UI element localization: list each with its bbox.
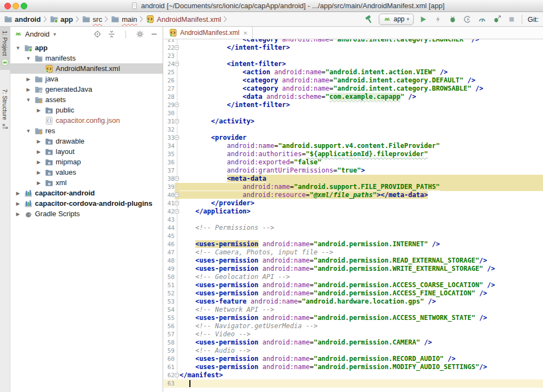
chevron-collapsed-icon[interactable]: ▶ — [35, 170, 42, 175]
fold-marker-icon[interactable] — [175, 207, 180, 216]
chevron-collapsed-icon[interactable]: ▶ — [25, 87, 32, 92]
tree-item-java[interactable]: ▶java — [10, 74, 163, 84]
debug-button[interactable] — [448, 14, 458, 24]
code-line-33[interactable]: 33 <provider — [164, 134, 543, 142]
profiler-button[interactable] — [478, 14, 487, 24]
code-line-22[interactable]: 22 </intent-filter> — [164, 44, 543, 52]
code-line-57[interactable]: 57 <!-- Video --> — [164, 330, 543, 338]
code-line-48[interactable]: 48 <uses-permission android:name="androi… — [164, 257, 543, 265]
stop-button[interactable] — [507, 14, 517, 24]
code-line-43[interactable]: 43 — [164, 216, 543, 224]
code-line-26[interactable]: 26 <category android:name="android.inten… — [164, 76, 543, 85]
code-line-29[interactable]: 29 </intent-filter> — [164, 101, 543, 109]
chevron-collapsed-icon[interactable]: ▶ — [35, 108, 42, 113]
code-line-58[interactable]: 58 <uses-permission android:name="androi… — [164, 338, 543, 347]
fold-marker-icon[interactable] — [175, 134, 180, 142]
tree-item-drawable[interactable]: ▶drawable — [10, 136, 163, 146]
code-line-54[interactable]: 54 <!-- Network API --> — [164, 306, 543, 314]
tree-item-androidmanifest-xml[interactable]: AndroidManifest.xml — [10, 63, 163, 74]
tree-item-xml[interactable]: ▶xml — [10, 177, 163, 188]
code-line-41[interactable]: 41 </provider> — [164, 199, 543, 207]
code-line-61[interactable]: 61 <uses-permission android:name="androi… — [164, 363, 543, 371]
code-line-24[interactable]: 24 <intent-filter> — [164, 60, 543, 68]
coverage-button[interactable] — [463, 14, 473, 24]
code-line-53[interactable]: 53 <uses-feature android:name="android.h… — [164, 298, 543, 306]
code-line-50[interactable]: 50 <!-- Geolocation API --> — [164, 273, 543, 281]
chevron-expanded-icon[interactable]: ▼ — [25, 97, 32, 103]
fold-marker-icon[interactable] — [175, 199, 180, 207]
tree-item-manifests[interactable]: ▼manifests — [10, 53, 163, 63]
tree-item-layout[interactable]: ▶layout — [10, 146, 163, 157]
git-label[interactable]: Git: — [527, 15, 539, 23]
chevron-collapsed-icon[interactable]: ▶ — [35, 159, 42, 165]
code-editor[interactable]: 21 <category android:name="android.inten… — [164, 39, 543, 392]
attach-debugger-button[interactable] — [492, 14, 502, 24]
tree-item-values[interactable]: ▶values — [10, 167, 163, 177]
tree-item-capacitor-config-json[interactable]: {}capacitor.config.json — [10, 115, 163, 126]
chevron-collapsed-icon[interactable]: ▶ — [35, 139, 42, 144]
code-line-52[interactable]: 52 <uses-permission android:name="androi… — [164, 289, 543, 298]
close-tab-icon[interactable]: × — [243, 29, 248, 37]
chevron-expanded-icon[interactable]: ▼ — [25, 56, 32, 61]
run-config-select[interactable]: app▾ — [379, 14, 414, 25]
code-line-32[interactable]: 32 — [164, 126, 543, 134]
code-line-38[interactable]: 38 <meta-data — [164, 175, 543, 183]
code-line-49[interactable]: 49 <uses-permission android:name="androi… — [164, 265, 543, 273]
tree-item-assets[interactable]: ▼assets — [10, 94, 163, 105]
locate-file-button[interactable] — [92, 29, 102, 39]
tree-item-public[interactable]: ▶public — [10, 105, 163, 115]
code-line-37[interactable]: 37 android:grantUriPermissions="true"> — [164, 167, 543, 175]
code-line-60[interactable]: 60 <uses-permission android:name="androi… — [164, 355, 543, 363]
code-line-55[interactable]: 55 <uses-permission android:name="androi… — [164, 314, 543, 322]
tree-item-capacitor-cordova-android-plugins[interactable]: ▶capacitor-cordova-android-plugins — [10, 198, 163, 209]
code-line-28[interactable]: 28 <data android:scheme="com.example.cap… — [164, 93, 543, 101]
chevron-collapsed-icon[interactable]: ▶ — [15, 211, 21, 217]
code-line-56[interactable]: 56 <!-- Navigator.getUserMedia --> — [164, 322, 543, 330]
tree-item-capacitor-android[interactable]: ▶capacitor-android — [10, 188, 163, 198]
code-line-44[interactable]: 44 <!-- Permissions --> — [164, 224, 543, 232]
code-line-59[interactable]: 59 <!-- Audio --> — [164, 347, 543, 355]
code-line-25[interactable]: 25 <action android:name="android.intent.… — [164, 68, 543, 76]
chevron-collapsed-icon[interactable]: ▶ — [25, 76, 32, 82]
code-line-47[interactable]: 47 <!-- Camera, Photos, input file --> — [164, 248, 543, 257]
chevron-collapsed-icon[interactable]: ▶ — [35, 180, 42, 186]
build-button[interactable] — [364, 14, 374, 24]
minimize-window-button[interactable] — [13, 3, 19, 9]
tree-item-res[interactable]: ▼res — [10, 126, 163, 136]
close-window-button[interactable] — [4, 3, 11, 9]
fold-marker-icon[interactable] — [175, 371, 180, 379]
fold-marker-icon[interactable] — [175, 175, 180, 183]
settings-button[interactable] — [135, 29, 145, 39]
tree-item-gradle-scripts[interactable]: ▶Gradle Scripts — [10, 209, 163, 219]
code-line-27[interactable]: 27 <category android:name="android.inten… — [164, 85, 543, 93]
code-line-51[interactable]: 51 <uses-permission android:name="androi… — [164, 281, 543, 289]
apply-changes-button[interactable] — [433, 14, 443, 24]
tool-window-button-structure[interactable]: 7: Structure — [0, 85, 10, 134]
fold-marker-icon[interactable] — [175, 117, 180, 126]
code-line-31[interactable]: 31 </activity> — [164, 117, 543, 126]
code-line-34[interactable]: 34 android:name="android.support.v4.cont… — [164, 142, 543, 150]
tree-item-mipmap[interactable]: ▶mipmap — [10, 157, 163, 167]
breadcrumb-item-src[interactable]: src — [80, 15, 104, 23]
project-view-selector[interactable]: Android — [25, 30, 50, 38]
fold-marker-icon[interactable] — [175, 191, 180, 199]
code-line-39[interactable]: 39 android:name="android.support.FILE_PR… — [164, 183, 543, 191]
tool-window-button-project[interactable]: 1: Project — [0, 27, 10, 70]
code-line-21[interactable]: 21 <category android:name="android.inten… — [164, 39, 543, 44]
code-line-23[interactable]: 23 — [164, 52, 543, 60]
code-line-45[interactable]: 45 — [164, 232, 543, 240]
code-line-35[interactable]: 35 android:authorities="${applicationId}… — [164, 150, 543, 158]
code-line-62[interactable]: 62</manifest> — [164, 371, 543, 379]
tab-androidmanifest[interactable]: AndroidManifest.xml × — [164, 27, 253, 39]
breadcrumb-item-android[interactable]: android — [2, 15, 43, 23]
code-line-63[interactable]: 63 — [164, 379, 543, 388]
collapse-all-button[interactable] — [106, 29, 116, 39]
breadcrumb-item-app[interactable]: app — [48, 15, 75, 23]
hide-panel-button[interactable] — [149, 29, 159, 39]
fold-marker-icon[interactable] — [175, 44, 180, 52]
tree-item-app[interactable]: ▼app — [10, 43, 163, 53]
fold-marker-icon[interactable] — [175, 60, 180, 68]
run-button[interactable] — [419, 14, 428, 24]
breadcrumb-item-main[interactable]: main — [109, 15, 139, 23]
code-line-30[interactable]: 30 — [164, 109, 543, 117]
